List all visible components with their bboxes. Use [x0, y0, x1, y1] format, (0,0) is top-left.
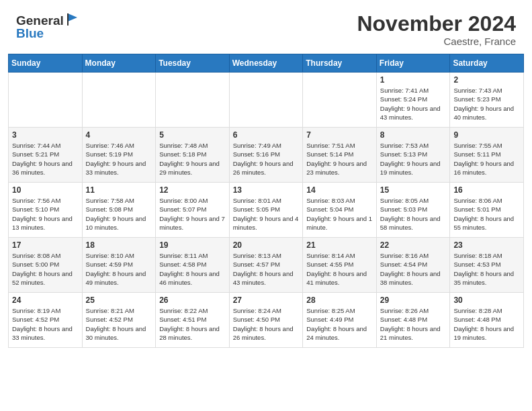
- day-cell: 27Sunrise: 8:24 AM Sunset: 4:50 PM Dayli…: [229, 293, 303, 348]
- week-row-5: 24Sunrise: 8:19 AM Sunset: 4:52 PM Dayli…: [9, 293, 524, 348]
- day-cell: 8Sunrise: 7:53 AM Sunset: 5:13 PM Daylig…: [376, 128, 450, 183]
- week-row-2: 3Sunrise: 7:44 AM Sunset: 5:21 PM Daylig…: [9, 128, 524, 183]
- day-cell: 22Sunrise: 8:16 AM Sunset: 4:54 PM Dayli…: [376, 238, 450, 293]
- col-header-tuesday: Tuesday: [156, 54, 230, 73]
- day-info: Sunrise: 8:26 AM Sunset: 4:48 PM Dayligh…: [380, 306, 447, 342]
- day-cell: 19Sunrise: 8:11 AM Sunset: 4:58 PM Dayli…: [156, 238, 230, 293]
- logo-flag-icon: [65, 12, 80, 27]
- day-info: Sunrise: 7:48 AM Sunset: 5:18 PM Dayligh…: [159, 141, 226, 177]
- day-info: Sunrise: 8:16 AM Sunset: 4:54 PM Dayligh…: [380, 251, 447, 287]
- day-info: Sunrise: 7:46 AM Sunset: 5:19 PM Dayligh…: [86, 141, 152, 177]
- day-number: 11: [86, 185, 152, 195]
- logo: General Blue: [16, 12, 80, 40]
- day-info: Sunrise: 8:13 AM Sunset: 4:57 PM Dayligh…: [233, 251, 300, 287]
- day-cell: 14Sunrise: 8:03 AM Sunset: 5:04 PM Dayli…: [303, 183, 377, 238]
- day-info: Sunrise: 8:05 AM Sunset: 5:03 PM Dayligh…: [380, 196, 447, 232]
- col-header-friday: Friday: [376, 54, 450, 73]
- day-number: 6: [233, 130, 300, 140]
- day-info: Sunrise: 8:10 AM Sunset: 4:59 PM Dayligh…: [86, 251, 152, 287]
- logo-blue: Blue: [16, 26, 44, 40]
- day-cell: 7Sunrise: 7:51 AM Sunset: 5:14 PM Daylig…: [303, 128, 377, 183]
- day-number: 16: [453, 185, 520, 195]
- col-header-wednesday: Wednesday: [229, 54, 303, 73]
- week-row-3: 10Sunrise: 7:56 AM Sunset: 5:10 PM Dayli…: [9, 183, 524, 238]
- day-cell: 29Sunrise: 8:26 AM Sunset: 4:48 PM Dayli…: [376, 293, 450, 348]
- day-cell: 9Sunrise: 7:55 AM Sunset: 5:11 PM Daylig…: [450, 128, 524, 183]
- day-number: 28: [306, 295, 373, 305]
- day-cell: [156, 73, 230, 128]
- week-row-1: 1Sunrise: 7:41 AM Sunset: 5:24 PM Daylig…: [9, 73, 524, 128]
- day-number: 1: [380, 75, 447, 85]
- day-cell: 12Sunrise: 8:00 AM Sunset: 5:07 PM Dayli…: [156, 183, 230, 238]
- day-cell: 2Sunrise: 7:43 AM Sunset: 5:23 PM Daylig…: [450, 73, 524, 128]
- col-header-saturday: Saturday: [450, 54, 524, 73]
- day-cell: 20Sunrise: 8:13 AM Sunset: 4:57 PM Dayli…: [229, 238, 303, 293]
- day-info: Sunrise: 7:49 AM Sunset: 5:16 PM Dayligh…: [233, 141, 300, 177]
- day-cell: [9, 73, 83, 128]
- week-row-4: 17Sunrise: 8:08 AM Sunset: 5:00 PM Dayli…: [9, 238, 524, 293]
- day-number: 21: [306, 240, 373, 250]
- day-number: 26: [159, 295, 226, 305]
- day-number: 29: [380, 295, 447, 305]
- day-info: Sunrise: 7:44 AM Sunset: 5:21 PM Dayligh…: [12, 141, 79, 177]
- day-cell: 28Sunrise: 8:25 AM Sunset: 4:49 PM Dayli…: [303, 293, 377, 348]
- day-info: Sunrise: 7:58 AM Sunset: 5:08 PM Dayligh…: [86, 196, 152, 232]
- day-info: Sunrise: 8:00 AM Sunset: 5:07 PM Dayligh…: [159, 196, 226, 232]
- day-cell: 24Sunrise: 8:19 AM Sunset: 4:52 PM Dayli…: [9, 293, 83, 348]
- calendar: SundayMondayTuesdayWednesdayThursdayFrid…: [0, 54, 532, 356]
- day-cell: 1Sunrise: 7:41 AM Sunset: 5:24 PM Daylig…: [376, 73, 450, 128]
- day-number: 24: [12, 295, 79, 305]
- day-cell: 17Sunrise: 8:08 AM Sunset: 5:00 PM Dayli…: [9, 238, 83, 293]
- logo-general: General: [16, 14, 64, 27]
- day-cell: 21Sunrise: 8:14 AM Sunset: 4:55 PM Dayli…: [303, 238, 377, 293]
- day-info: Sunrise: 8:14 AM Sunset: 4:55 PM Dayligh…: [306, 251, 373, 287]
- col-header-monday: Monday: [82, 54, 156, 73]
- day-cell: 5Sunrise: 7:48 AM Sunset: 5:18 PM Daylig…: [156, 128, 230, 183]
- day-cell: 13Sunrise: 8:01 AM Sunset: 5:05 PM Dayli…: [229, 183, 303, 238]
- day-number: 9: [453, 130, 520, 140]
- day-info: Sunrise: 8:22 AM Sunset: 4:51 PM Dayligh…: [159, 306, 226, 342]
- col-header-sunday: Sunday: [9, 54, 83, 73]
- calendar-header-row: SundayMondayTuesdayWednesdayThursdayFrid…: [9, 54, 524, 73]
- day-number: 20: [233, 240, 300, 250]
- day-number: 5: [159, 130, 226, 140]
- day-cell: 23Sunrise: 8:18 AM Sunset: 4:53 PM Dayli…: [450, 238, 524, 293]
- day-info: Sunrise: 8:24 AM Sunset: 4:50 PM Dayligh…: [233, 306, 300, 342]
- svg-marker-0: [68, 13, 77, 21]
- day-cell: [303, 73, 377, 128]
- day-info: Sunrise: 7:55 AM Sunset: 5:11 PM Dayligh…: [453, 141, 520, 177]
- day-cell: 18Sunrise: 8:10 AM Sunset: 4:59 PM Dayli…: [82, 238, 156, 293]
- day-info: Sunrise: 8:18 AM Sunset: 4:53 PM Dayligh…: [453, 251, 520, 287]
- day-info: Sunrise: 8:28 AM Sunset: 4:48 PM Dayligh…: [453, 306, 520, 342]
- day-number: 3: [12, 130, 79, 140]
- month-title: November 2024: [357, 12, 516, 36]
- day-cell: 11Sunrise: 7:58 AM Sunset: 5:08 PM Dayli…: [82, 183, 156, 238]
- title-area: November 2024 Caestre, France: [357, 12, 516, 47]
- day-cell: 4Sunrise: 7:46 AM Sunset: 5:19 PM Daylig…: [82, 128, 156, 183]
- day-cell: [82, 73, 156, 128]
- day-info: Sunrise: 8:06 AM Sunset: 5:01 PM Dayligh…: [453, 196, 520, 232]
- day-number: 14: [306, 185, 373, 195]
- day-info: Sunrise: 7:53 AM Sunset: 5:13 PM Dayligh…: [380, 141, 447, 177]
- day-number: 13: [233, 185, 300, 195]
- day-info: Sunrise: 7:51 AM Sunset: 5:14 PM Dayligh…: [306, 141, 373, 177]
- day-number: 17: [12, 240, 79, 250]
- day-number: 23: [453, 240, 520, 250]
- day-cell: 16Sunrise: 8:06 AM Sunset: 5:01 PM Dayli…: [450, 183, 524, 238]
- day-info: Sunrise: 8:08 AM Sunset: 5:00 PM Dayligh…: [12, 251, 79, 287]
- day-info: Sunrise: 8:03 AM Sunset: 5:04 PM Dayligh…: [306, 196, 373, 232]
- day-number: 27: [233, 295, 300, 305]
- header: General Blue November 2024 Caestre, Fran…: [0, 0, 532, 54]
- day-info: Sunrise: 8:11 AM Sunset: 4:58 PM Dayligh…: [159, 251, 226, 287]
- day-info: Sunrise: 8:19 AM Sunset: 4:52 PM Dayligh…: [12, 306, 79, 342]
- day-number: 25: [86, 295, 152, 305]
- day-number: 4: [86, 130, 152, 140]
- day-cell: 10Sunrise: 7:56 AM Sunset: 5:10 PM Dayli…: [9, 183, 83, 238]
- day-cell: 6Sunrise: 7:49 AM Sunset: 5:16 PM Daylig…: [229, 128, 303, 183]
- day-number: 10: [12, 185, 79, 195]
- day-info: Sunrise: 7:56 AM Sunset: 5:10 PM Dayligh…: [12, 196, 79, 232]
- day-number: 12: [159, 185, 226, 195]
- svg-rect-1: [67, 13, 69, 26]
- day-number: 19: [159, 240, 226, 250]
- day-cell: 26Sunrise: 8:22 AM Sunset: 4:51 PM Dayli…: [156, 293, 230, 348]
